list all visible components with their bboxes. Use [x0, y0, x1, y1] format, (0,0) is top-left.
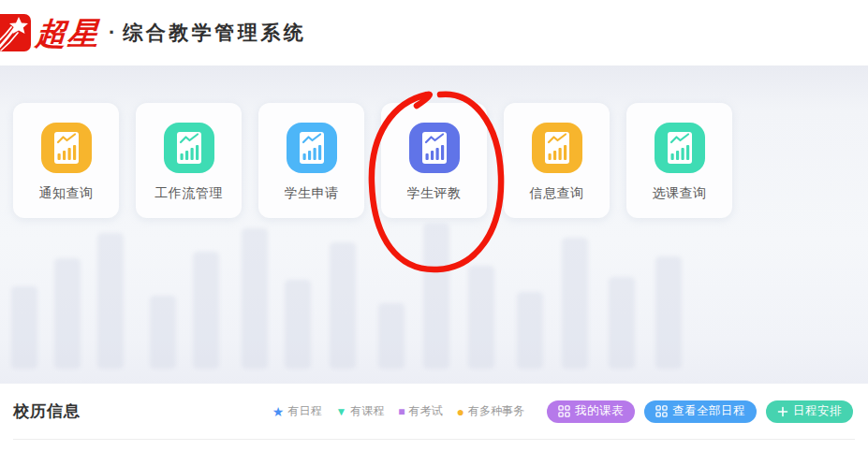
calendar-title: 校历信息	[13, 400, 81, 422]
chart-icon	[409, 123, 460, 173]
watermark-bar	[11, 286, 37, 369]
my-timetable-button[interactable]: 我的课表	[547, 400, 635, 423]
calendar-legend: ★ 有日程 ▼ 有课程 ■ 有考试 ● 有多种事务	[272, 403, 524, 419]
app-cards-row: 通知查询 工作流管理	[13, 103, 732, 218]
watermark-bar	[97, 233, 124, 369]
watermark-bar	[285, 280, 311, 369]
app-card-student-application[interactable]: 学生申请	[258, 103, 364, 218]
chart-icon	[287, 123, 337, 173]
title-separator: ·	[109, 21, 115, 45]
star-icon: ★	[272, 405, 285, 418]
watermark-bar	[517, 292, 543, 369]
square-icon: ■	[398, 406, 405, 417]
watermark-bar	[54, 258, 81, 369]
legend-item-course: ▼ 有课程	[335, 403, 384, 419]
view-all-schedule-button[interactable]: 查看全部日程	[644, 400, 757, 423]
watermark-bar	[562, 238, 588, 369]
watermark-bar	[330, 242, 356, 369]
app-card-course-selection-query[interactable]: 选课查询	[626, 103, 732, 218]
calendar-section: 校历信息 ★ 有日程 ▼ 有课程 ■ 有考试 ● 有多种事务	[0, 384, 868, 451]
watermark-bar	[193, 252, 219, 369]
grid-icon	[655, 405, 668, 417]
app-card-notice-query[interactable]: 通知查询	[13, 103, 119, 218]
watermark-bar	[242, 228, 268, 369]
section-divider	[13, 439, 855, 440]
chart-icon	[41, 123, 92, 173]
chaoxing-logo-icon	[0, 14, 31, 51]
legend-item-exam: ■ 有考试	[398, 403, 442, 419]
app-card-label: 工作流管理	[154, 185, 223, 202]
app-card-label: 通知查询	[39, 185, 94, 202]
legend-item-schedule: ★ 有日程	[272, 403, 322, 419]
app-card-label: 选课查询	[653, 185, 707, 202]
button-label: 日程安排	[793, 403, 842, 419]
watermark-bar	[609, 277, 635, 369]
app-card-label: 学生评教	[407, 185, 462, 202]
brand-logo-text: 超星	[35, 18, 100, 49]
watermark-bar	[378, 303, 405, 369]
legend-item-multiple-events: ● 有多种事务	[457, 403, 524, 419]
app-card-label: 信息查询	[530, 185, 584, 202]
chart-icon	[164, 123, 214, 173]
legend-label: 有多种事务	[468, 403, 524, 419]
watermark-bar	[655, 256, 682, 369]
brand-logo[interactable]: 超星	[0, 14, 99, 51]
app-card-student-evaluation[interactable]: 学生评教	[381, 103, 487, 218]
plus-icon	[777, 406, 788, 417]
button-label: 查看全部日程	[672, 403, 745, 419]
circle-icon: ●	[457, 405, 464, 418]
apps-section: 通知查询 工作流管理	[0, 65, 868, 384]
watermark-bar	[423, 224, 449, 369]
watermark-bar	[150, 296, 176, 369]
legend-label: 有课程	[350, 403, 384, 419]
app-card-workflow-management[interactable]: 工作流管理	[136, 103, 242, 218]
app-card-label: 学生申请	[285, 185, 339, 202]
schedule-arrange-button[interactable]: 日程安排	[766, 400, 853, 423]
button-label: 我的课表	[575, 403, 624, 419]
chart-icon	[655, 123, 705, 173]
legend-label: 有日程	[287, 403, 321, 419]
app-header: 超星 · 综合教学管理系统	[0, 0, 868, 65]
page-title: 综合教学管理系统	[123, 20, 306, 46]
grid-icon	[558, 405, 570, 417]
app-card-info-query[interactable]: 信息查询	[504, 103, 610, 218]
chart-icon	[532, 123, 582, 173]
legend-label: 有考试	[409, 403, 443, 419]
watermark-bar	[468, 266, 494, 369]
triangle-down-icon: ▼	[335, 406, 346, 417]
